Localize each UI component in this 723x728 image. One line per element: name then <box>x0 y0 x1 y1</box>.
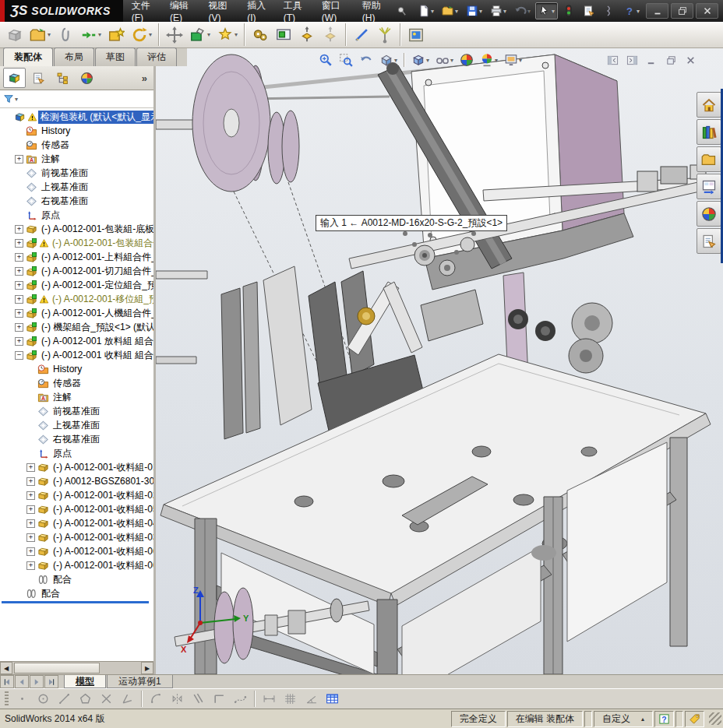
tree-item[interactable]: 右视基准面 <box>0 194 153 208</box>
appearances-button[interactable] <box>697 201 721 227</box>
home-button[interactable] <box>697 92 721 118</box>
reference-geometry-button[interactable]: ▾ <box>214 24 240 46</box>
study-tab-1[interactable]: 运动算例1 <box>107 675 173 688</box>
grid-button[interactable] <box>282 691 298 707</box>
tree-expander-plus[interactable]: + <box>15 225 23 234</box>
filter-funnel-icon[interactable] <box>3 93 14 104</box>
open-folder-button[interactable]: ▾ <box>439 2 461 19</box>
exploded-view-button[interactable] <box>319 24 341 46</box>
interference-detection-button[interactable] <box>374 24 396 46</box>
nav-prev-button[interactable] <box>15 675 29 688</box>
dropdown-arrow-icon[interactable]: ▾ <box>503 8 506 15</box>
tree-item[interactable]: +(-) 機架組合_預設<1> (默认< <box>0 320 153 334</box>
dropdown-arrow-icon[interactable]: ▾ <box>48 31 51 38</box>
tree-item[interactable]: History <box>0 124 153 138</box>
propertymanager-tab[interactable] <box>27 68 50 88</box>
trim-button[interactable] <box>98 691 115 707</box>
table-button[interactable] <box>324 691 340 707</box>
dropdown-arrow-icon[interactable]: ▾ <box>207 31 210 38</box>
tree-item[interactable]: +(-) A-0012-001-包装組合件 <box>0 236 153 250</box>
help-button[interactable]: ?▾ <box>620 2 643 19</box>
toolbar-grip[interactable] <box>5 691 9 707</box>
tree-expander-plus[interactable]: + <box>15 155 23 164</box>
mirror-button[interactable] <box>169 691 185 707</box>
tree-item[interactable]: +(-) A-0012-001-收料組-03_ <box>0 530 153 544</box>
polygon-button[interactable] <box>77 691 93 707</box>
configurationmanager-tab[interactable] <box>51 68 74 88</box>
tree-item[interactable]: 原点 <box>0 446 153 460</box>
rollback-bar[interactable] <box>2 601 149 603</box>
tree-item[interactable]: +(-) A-0012-001-收料組-06_ <box>0 558 153 572</box>
featuremanager-tab[interactable] <box>3 68 26 88</box>
tree-item[interactable]: 配合 <box>0 586 153 600</box>
tree-item[interactable]: 原点 <box>0 208 153 222</box>
command-tab-0[interactable]: 装配体 <box>3 47 53 66</box>
design-library-button[interactable] <box>697 119 721 145</box>
custom-properties-button[interactable] <box>697 228 721 254</box>
preview-window-button[interactable] <box>273 24 294 46</box>
pin-menu-icon[interactable] <box>396 5 407 17</box>
dropdown-arrow-icon[interactable]: ▾ <box>479 8 482 15</box>
dropdown-arrow-icon[interactable]: ▾ <box>426 57 429 64</box>
edit-appearance-button[interactable] <box>458 51 475 69</box>
tree-expander-plus[interactable]: + <box>26 547 35 556</box>
previous-view-button[interactable] <box>358 51 375 69</box>
traffic-light-button[interactable] <box>559 2 578 19</box>
view-settings-button[interactable]: ▾ <box>503 51 524 69</box>
tree-item[interactable]: 传感器 <box>0 138 153 152</box>
status-help-cell[interactable]: ? <box>654 711 674 727</box>
scrollbar-thumb[interactable] <box>14 663 100 673</box>
restore-button[interactable] <box>671 3 693 19</box>
study-tab-0[interactable]: 模型 <box>64 675 106 688</box>
graphics-viewport[interactable]: Z Y X ▾▾▾▾▾ 输入 1 ← A0012-MD-16x20-S-G-2_… <box>156 48 723 674</box>
nav-first-button[interactable] <box>0 675 14 688</box>
menu-item-0[interactable]: 文件(F) <box>123 0 161 23</box>
tree-item[interactable]: 前视基准面 <box>0 166 153 180</box>
dropdown-arrow-icon[interactable]: ▾ <box>149 31 152 38</box>
dropdown-arrow-icon[interactable]: ▾ <box>450 57 453 64</box>
file-properties-button[interactable] <box>580 2 598 19</box>
scroll-left-button[interactable]: ◀ <box>0 662 12 674</box>
tree-item[interactable]: +(-) A-0012-001-收料組-05_ <box>0 502 153 516</box>
options-flyout-button[interactable] <box>600 2 619 19</box>
view-palette-button[interactable] <box>697 174 721 199</box>
tree-item[interactable]: +(-) A-0012-001-切刀組合件_預 <box>0 264 153 278</box>
tree-expander-plus[interactable]: + <box>26 491 35 500</box>
assembly-features-button[interactable]: ▾ <box>187 24 213 46</box>
tree-item[interactable]: +A注解 <box>0 152 153 166</box>
tree-item[interactable]: 配合 <box>0 572 153 586</box>
angle-dimension-button[interactable] <box>303 691 319 707</box>
smart-dimension-button[interactable] <box>261 691 277 707</box>
mate-button[interactable]: ▾ <box>78 24 104 46</box>
menu-item-3[interactable]: 插入(I) <box>238 0 274 23</box>
smart-fasteners-button[interactable] <box>55 24 76 46</box>
filter-dropdown-icon[interactable]: ▾ <box>15 96 18 103</box>
undo-button[interactable]: ▾ <box>511 2 534 19</box>
minimize-button[interactable] <box>646 3 668 19</box>
status-custom-dropdown[interactable]: 自定义 ▴ <box>594 711 653 727</box>
select-cursor-button[interactable]: ▾ <box>535 2 558 19</box>
tree-item[interactable]: 上视基准面 <box>0 180 153 194</box>
arc-button[interactable] <box>148 691 164 707</box>
tree-item[interactable]: History <box>0 362 153 376</box>
tree-item[interactable]: +(-) A-0012-001-收料組-02_ <box>0 488 153 502</box>
parallel-button[interactable] <box>190 691 206 707</box>
tree-item[interactable]: +(-) A-0012-001-包装組-底板_预 <box>0 222 153 236</box>
dropdown-arrow-icon[interactable]: ▾ <box>394 57 397 64</box>
tree-expander-plus[interactable]: + <box>15 267 23 276</box>
zoom-fit-button[interactable] <box>317 51 334 69</box>
exploded-view-button[interactable] <box>296 24 318 46</box>
tree-item[interactable]: 前视基准面 <box>0 404 153 418</box>
smart-component-button[interactable] <box>105 24 127 46</box>
nav-last-button[interactable] <box>44 675 58 688</box>
view-orientation-button[interactable]: ▾ <box>410 51 431 69</box>
apply-scene-button[interactable]: ▾ <box>478 51 499 69</box>
tree-expander-plus[interactable]: + <box>15 253 23 262</box>
tree-expander-plus[interactable]: + <box>15 239 23 248</box>
tree-item[interactable]: +(-) A-0012-001 放料組 組合件 <box>0 334 153 348</box>
tree-item[interactable]: +(-) A0012-BGSZ6801-30_預 <box>0 474 153 488</box>
tree-expander-plus[interactable]: + <box>26 519 35 528</box>
dropdown-arrow-icon[interactable]: ▾ <box>552 8 555 15</box>
tree-item[interactable]: 上视基准面 <box>0 418 153 432</box>
tree-expander-plus[interactable]: + <box>15 337 23 346</box>
